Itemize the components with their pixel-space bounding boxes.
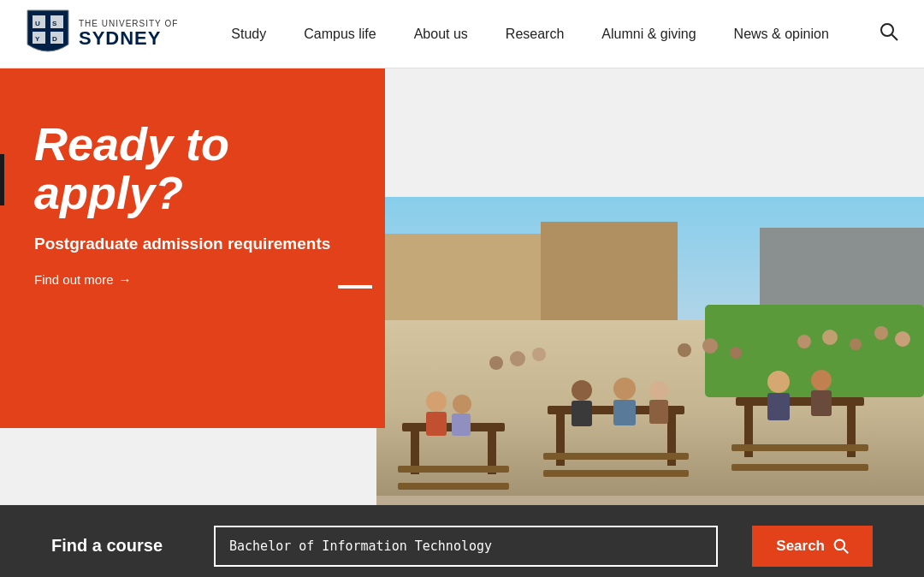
svg-rect-14 <box>398 483 509 490</box>
svg-point-44 <box>730 347 742 359</box>
nav-study[interactable]: Study <box>212 0 285 68</box>
svg-rect-34 <box>649 400 668 424</box>
svg-line-52 <box>844 548 848 552</box>
search-button-icon <box>833 538 849 554</box>
search-icon[interactable] <box>880 22 898 45</box>
nav-research[interactable]: Research <box>487 0 583 68</box>
header: U S Y D THE UNIVERSITY OF SYDNEY Study C… <box>0 0 924 68</box>
svg-point-49 <box>895 331 910 347</box>
course-search-input[interactable] <box>214 526 718 567</box>
hero-accent-bar <box>0 154 4 205</box>
search-button[interactable]: Search <box>752 526 873 567</box>
svg-point-29 <box>572 380 592 401</box>
shield-icon: U S Y D <box>26 9 70 60</box>
svg-point-41 <box>532 348 546 361</box>
svg-line-9 <box>892 35 898 41</box>
svg-rect-26 <box>426 412 447 436</box>
campus-background <box>376 197 924 505</box>
svg-point-42 <box>678 343 691 357</box>
hero-campus-image <box>376 197 924 505</box>
svg-point-46 <box>822 330 838 345</box>
svg-point-47 <box>850 338 862 350</box>
svg-point-40 <box>510 351 525 366</box>
logo[interactable]: U S Y D THE UNIVERSITY OF SYDNEY <box>26 9 178 60</box>
hero-link-text: Find out more <box>34 272 114 287</box>
main-nav: Study Campus life About us Research Alum… <box>212 0 880 68</box>
svg-point-48 <box>874 326 888 340</box>
svg-rect-30 <box>572 401 592 426</box>
find-course-label: Find a course <box>51 536 180 556</box>
svg-rect-18 <box>543 453 689 460</box>
svg-rect-28 <box>452 413 471 436</box>
svg-text:S: S <box>52 20 57 27</box>
svg-point-51 <box>835 539 844 549</box>
svg-text:D: D <box>52 35 57 43</box>
logo-sydney: SYDNEY <box>79 28 178 49</box>
svg-point-45 <box>797 335 811 348</box>
svg-rect-38 <box>811 390 832 416</box>
people-scene <box>376 289 924 505</box>
svg-point-43 <box>702 338 718 354</box>
svg-point-27 <box>453 395 471 413</box>
svg-rect-23 <box>732 444 868 451</box>
nav-about-us[interactable]: About us <box>395 0 487 68</box>
hero-subtitle: Postgraduate admission requirements <box>34 234 351 255</box>
svg-point-8 <box>881 24 893 36</box>
svg-text:Y: Y <box>35 35 40 43</box>
svg-rect-24 <box>732 464 868 471</box>
logo-text: THE UNIVERSITY OF SYDNEY <box>79 19 178 49</box>
svg-point-33 <box>649 381 668 400</box>
hero-title: Ready to apply? <box>34 120 351 217</box>
svg-rect-50 <box>376 496 924 505</box>
svg-point-31 <box>613 378 636 400</box>
slide-indicator <box>338 285 372 288</box>
nav-campus-life[interactable]: Campus life <box>285 0 394 68</box>
svg-point-39 <box>489 356 503 370</box>
svg-text:U: U <box>35 20 40 27</box>
nav-alumni[interactable]: Alumni & giving <box>583 0 714 68</box>
svg-rect-36 <box>767 393 790 420</box>
hero-cta-link[interactable]: Find out more → <box>34 272 351 287</box>
svg-rect-20 <box>736 397 864 406</box>
svg-rect-32 <box>613 400 636 425</box>
search-button-label: Search <box>776 538 825 555</box>
nav-news[interactable]: News & opinion <box>715 0 848 68</box>
hero-section: Ready to apply? Postgraduate admission r… <box>0 68 924 505</box>
find-course-section: Find a course Search <box>0 505 924 577</box>
svg-rect-19 <box>543 470 689 477</box>
svg-point-35 <box>767 371 790 393</box>
hero-content: Ready to apply? Postgraduate admission r… <box>0 68 385 428</box>
hero-arrow-icon: → <box>119 272 132 287</box>
svg-point-25 <box>426 391 447 412</box>
svg-point-37 <box>811 370 832 390</box>
svg-rect-13 <box>398 466 509 473</box>
